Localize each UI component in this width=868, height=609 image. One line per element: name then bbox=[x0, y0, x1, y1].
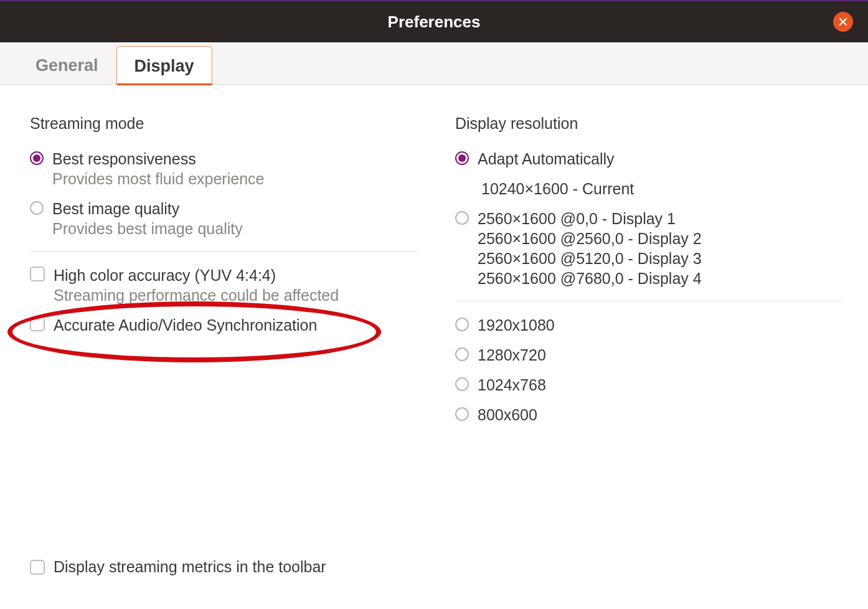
option-text: High color accuracy (YUV 4:4:4) Streamin… bbox=[54, 265, 339, 305]
option-label: Accurate Audio/Video Synchronization bbox=[54, 315, 317, 335]
tab-general[interactable]: General bbox=[17, 45, 116, 84]
option-text: Best image quality Provides best image q… bbox=[52, 199, 243, 238]
current-resolution-row: 10240×1600 - Current bbox=[455, 175, 843, 205]
option-800x600[interactable]: 800x600 bbox=[455, 401, 843, 431]
radio-1920x1080[interactable] bbox=[455, 318, 469, 331]
option-1280x720[interactable]: 1280x720 bbox=[455, 341, 843, 371]
option-label: Display streaming metrics in the toolbar bbox=[54, 557, 326, 577]
option-label: 800x600 bbox=[478, 405, 537, 425]
titlebar: Preferences bbox=[0, 0, 868, 42]
close-icon bbox=[839, 17, 847, 26]
content-area: Streaming mode Best responsiveness Provi… bbox=[0, 85, 868, 446]
display-resolution-section: Display resolution Adapt Automatically 1… bbox=[455, 115, 843, 431]
option-best-image-quality[interactable]: Best image quality Provides best image q… bbox=[30, 195, 418, 245]
streaming-mode-section: Streaming mode Best responsiveness Provi… bbox=[30, 115, 418, 431]
option-best-responsiveness[interactable]: Best responsiveness Provides most fluid … bbox=[30, 145, 418, 195]
display-line-2: 2560×1600 @2560,0 - Display 2 bbox=[478, 229, 702, 248]
option-streaming-metrics[interactable]: Display streaming metrics in the toolbar bbox=[30, 553, 326, 583]
option-label: Best image quality bbox=[52, 199, 243, 219]
checkbox-av-sync[interactable] bbox=[30, 316, 45, 331]
option-label: 1024x768 bbox=[478, 375, 546, 395]
radio-800x600[interactable] bbox=[455, 407, 469, 421]
display-resolution-heading: Display resolution bbox=[455, 115, 843, 133]
option-label: 1920x1080 bbox=[478, 315, 555, 335]
option-desc: Provides most fluid experience bbox=[52, 169, 264, 189]
option-text: Best responsiveness Provides most fluid … bbox=[52, 149, 264, 189]
radio-adapt-auto[interactable] bbox=[455, 151, 469, 165]
radio-1024x768[interactable] bbox=[455, 377, 469, 391]
current-resolution: 10240×1600 - Current bbox=[481, 179, 634, 199]
radio-best-responsiveness[interactable] bbox=[30, 151, 44, 165]
close-button[interactable] bbox=[833, 12, 853, 32]
radio-best-image-quality[interactable] bbox=[30, 201, 44, 215]
checkbox-high-color[interactable] bbox=[30, 267, 45, 281]
display-line-1: 2560×1600 @0,0 - Display 1 bbox=[478, 209, 702, 229]
radio-multi-display[interactable] bbox=[455, 211, 469, 225]
option-label: 1280x720 bbox=[478, 345, 546, 365]
option-label: Best responsiveness bbox=[52, 149, 264, 169]
option-high-color[interactable]: High color accuracy (YUV 4:4:4) Streamin… bbox=[30, 262, 418, 311]
streaming-mode-heading: Streaming mode bbox=[30, 115, 418, 133]
option-label: Adapt Automatically bbox=[478, 149, 615, 169]
window-title: Preferences bbox=[388, 12, 481, 32]
display-line-4: 2560×1600 @7680,0 - Display 4 bbox=[478, 268, 702, 288]
divider bbox=[455, 301, 843, 301]
option-label: High color accuracy (YUV 4:4:4) bbox=[54, 265, 339, 285]
option-1024x768[interactable]: 1024x768 bbox=[455, 371, 843, 401]
option-label: 2560×1600 @0,0 - Display 1 2560×1600 @25… bbox=[478, 209, 702, 288]
checkbox-streaming-metrics[interactable] bbox=[30, 560, 45, 575]
option-desc: Streaming performance could be affected bbox=[54, 285, 339, 305]
radio-1280x720[interactable] bbox=[455, 347, 469, 361]
option-multi-display[interactable]: 2560×1600 @0,0 - Display 1 2560×1600 @25… bbox=[455, 205, 843, 295]
tab-display[interactable]: Display bbox=[116, 46, 212, 85]
option-1920x1080[interactable]: 1920x1080 bbox=[455, 311, 843, 341]
option-desc: Provides best image quality bbox=[52, 219, 243, 238]
tabbar: General Display bbox=[0, 42, 868, 85]
option-text: Accurate Audio/Video Synchronization bbox=[54, 315, 317, 335]
option-adapt-auto[interactable]: Adapt Automatically bbox=[455, 145, 843, 175]
display-line-3: 2560×1600 @5120,0 - Display 3 bbox=[478, 248, 702, 268]
divider bbox=[30, 251, 418, 252]
option-av-sync[interactable]: Accurate Audio/Video Synchronization bbox=[30, 311, 418, 341]
